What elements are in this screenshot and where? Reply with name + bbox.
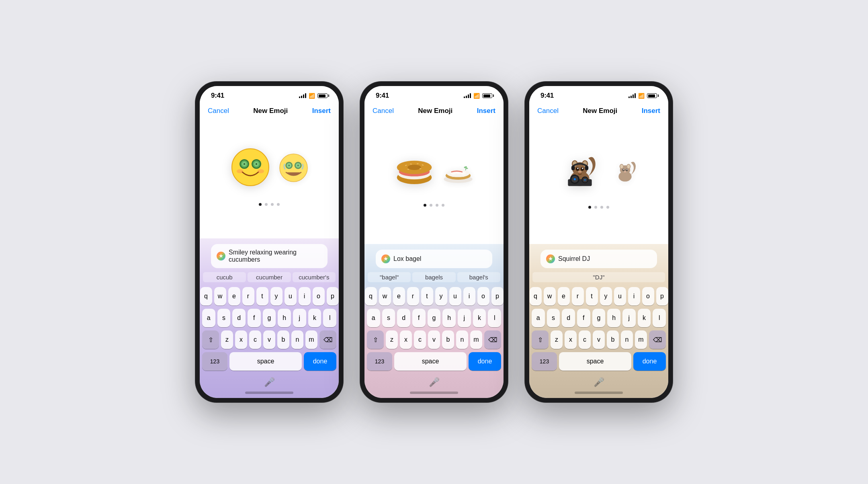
key-o-2[interactable]: o	[477, 287, 489, 306]
key-y-1[interactable]: y	[270, 287, 283, 306]
key-b-2[interactable]: b	[442, 330, 454, 349]
key-v-3[interactable]: v	[593, 330, 605, 349]
key-k-1[interactable]: k	[308, 309, 321, 327]
key-done-1[interactable]: done	[304, 352, 336, 371]
key-g-2[interactable]: g	[428, 309, 441, 327]
emoji-main-2[interactable]	[394, 152, 434, 194]
key-shift-1[interactable]: ⇧	[202, 330, 219, 349]
key-k-2[interactable]: k	[473, 309, 486, 327]
key-shift-3[interactable]: ⇧	[532, 330, 549, 349]
mic-icon-1[interactable]: 🎤	[264, 377, 275, 388]
key-p-3[interactable]: p	[656, 287, 668, 306]
cancel-button-2[interactable]: Cancel	[373, 107, 394, 115]
cancel-button-3[interactable]: Cancel	[537, 107, 559, 115]
insert-button-3[interactable]: Insert	[642, 107, 660, 115]
key-q-3[interactable]: q	[530, 287, 542, 306]
key-space-3[interactable]: space	[559, 352, 631, 371]
key-c-3[interactable]: c	[579, 330, 591, 349]
key-o-3[interactable]: o	[642, 287, 654, 306]
key-g-3[interactable]: g	[592, 309, 606, 327]
key-e-3[interactable]: e	[558, 287, 570, 306]
key-s-2[interactable]: s	[382, 309, 395, 327]
key-shift-2[interactable]: ⇧	[367, 330, 384, 349]
key-y-3[interactable]: y	[600, 287, 612, 306]
key-n-3[interactable]: n	[621, 330, 633, 349]
key-w-1[interactable]: w	[214, 287, 226, 306]
key-f-2[interactable]: f	[412, 309, 426, 327]
mic-icon-2[interactable]: 🎤	[429, 377, 440, 388]
key-m-1[interactable]: m	[305, 330, 317, 349]
search-bar-3[interactable]: Squirrel DJ	[540, 250, 657, 268]
cancel-button-1[interactable]: Cancel	[208, 107, 229, 115]
key-x-1[interactable]: x	[235, 330, 247, 349]
key-u-2[interactable]: u	[449, 287, 461, 306]
key-p-1[interactable]: p	[327, 287, 339, 306]
key-u-1[interactable]: u	[285, 287, 297, 306]
suggestion-3a[interactable]: "DJ"	[532, 272, 665, 282]
key-i-2[interactable]: i	[463, 287, 475, 306]
key-d-2[interactable]: d	[397, 309, 410, 327]
key-r-2[interactable]: r	[407, 287, 419, 306]
key-y-2[interactable]: y	[435, 287, 447, 306]
key-x-3[interactable]: x	[565, 330, 577, 349]
search-bar-1[interactable]: Smiley relaxing wearing cucumbers	[211, 244, 328, 268]
key-k-3[interactable]: k	[638, 309, 651, 327]
key-h-1[interactable]: h	[278, 309, 291, 327]
search-text-2[interactable]: Lox bagel	[393, 255, 421, 263]
key-n-2[interactable]: n	[456, 330, 468, 349]
key-space-1[interactable]: space	[229, 352, 302, 371]
key-backspace-1[interactable]: ⌫	[319, 330, 336, 349]
suggestion-2a[interactable]: "bagel"	[368, 272, 411, 282]
key-num-2[interactable]: 123	[367, 352, 392, 371]
key-i-3[interactable]: i	[628, 287, 640, 306]
key-v-1[interactable]: v	[263, 330, 275, 349]
key-g-1[interactable]: g	[263, 309, 276, 327]
key-z-2[interactable]: z	[386, 330, 398, 349]
key-s-3[interactable]: s	[547, 309, 560, 327]
key-v-2[interactable]: v	[428, 330, 440, 349]
key-num-1[interactable]: 123	[202, 352, 227, 371]
emoji-main-3[interactable]	[558, 150, 602, 196]
key-t-3[interactable]: t	[586, 287, 598, 306]
key-s-1[interactable]: s	[217, 309, 231, 327]
key-x-2[interactable]: x	[400, 330, 412, 349]
key-done-2[interactable]: done	[469, 352, 501, 371]
key-e-2[interactable]: e	[393, 287, 405, 306]
key-c-1[interactable]: c	[249, 330, 261, 349]
suggestion-1b[interactable]: cucumber	[248, 272, 291, 282]
key-d-3[interactable]: d	[562, 309, 575, 327]
key-m-2[interactable]: m	[470, 330, 482, 349]
suggestion-1c[interactable]: cucumber's	[293, 272, 336, 282]
key-r-1[interactable]: r	[242, 287, 254, 306]
key-j-1[interactable]: j	[293, 309, 306, 327]
insert-button-2[interactable]: Insert	[477, 107, 495, 115]
key-num-3[interactable]: 123	[532, 352, 557, 371]
key-o-1[interactable]: o	[313, 287, 325, 306]
key-i-1[interactable]: i	[299, 287, 311, 306]
key-b-3[interactable]: b	[607, 330, 619, 349]
key-m-3[interactable]: m	[635, 330, 647, 349]
key-l-2[interactable]: l	[488, 309, 501, 327]
key-backspace-2[interactable]: ⌫	[484, 330, 501, 349]
search-bar-2[interactable]: Lox bagel	[376, 250, 492, 268]
key-space-2[interactable]: space	[394, 352, 467, 371]
key-p-2[interactable]: p	[491, 287, 504, 306]
key-e-1[interactable]: e	[228, 287, 240, 306]
key-w-2[interactable]: w	[379, 287, 391, 306]
key-f-1[interactable]: f	[248, 309, 261, 327]
key-u-3[interactable]: u	[614, 287, 626, 306]
key-l-1[interactable]: l	[323, 309, 336, 327]
key-h-3[interactable]: h	[607, 309, 620, 327]
emoji-secondary-1[interactable]	[278, 153, 309, 187]
key-a-2[interactable]: a	[367, 309, 380, 327]
key-q-2[interactable]: q	[365, 287, 377, 306]
key-b-1[interactable]: b	[277, 330, 289, 349]
emoji-main-1[interactable]	[230, 147, 270, 193]
key-a-1[interactable]: a	[202, 309, 215, 327]
key-r-3[interactable]: r	[572, 287, 584, 306]
key-c-2[interactable]: c	[414, 330, 426, 349]
key-d-1[interactable]: d	[232, 309, 246, 327]
key-done-3[interactable]: done	[633, 352, 666, 371]
key-l-3[interactable]: l	[653, 309, 666, 327]
suggestion-1a[interactable]: cucub	[203, 272, 246, 282]
